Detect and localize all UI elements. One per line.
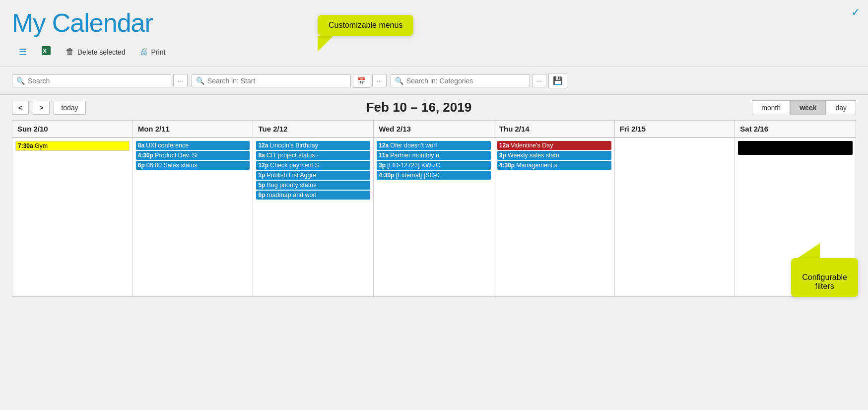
event-time: 5p <box>258 182 265 189</box>
excel-icon: X <box>41 45 52 59</box>
print-icon: 🖨 <box>139 47 148 57</box>
print-button[interactable]: 🖨 Print <box>133 44 173 60</box>
calendar-nav: < > today Feb 10 – 16, 2019 month week d… <box>0 95 868 120</box>
event-valentines[interactable]: 12a Valentine's Day <box>497 141 611 150</box>
next-button[interactable]: > <box>33 101 50 115</box>
search-group-3: 🔍 ··· 💾 <box>391 73 567 88</box>
day-view-button[interactable]: day <box>826 100 856 115</box>
search-input-wrap-1: 🔍 <box>12 74 171 87</box>
header-wed: Wed 2/13 <box>374 121 494 137</box>
search-input-1[interactable] <box>28 77 167 85</box>
prev-button[interactable]: < <box>12 101 29 115</box>
event-external[interactable]: 4:30p [External] [SC-0 <box>377 171 491 180</box>
event-time: 11a <box>379 152 389 159</box>
event-time: 1p <box>258 172 265 179</box>
event-time: 12p <box>258 162 268 169</box>
search-input-wrap-2: 🔍 <box>192 74 351 87</box>
event-product-dev[interactable]: 4:30p Product Dev. Si <box>136 151 250 160</box>
event-lincoln[interactable]: 12a Lincoln's Birthday <box>256 141 370 150</box>
view-buttons: month week day <box>752 100 856 115</box>
app-title: My Calendar <box>12 9 153 37</box>
event-time: 8a <box>138 142 144 149</box>
event-time: 6p <box>138 162 145 169</box>
event-publish-list[interactable]: 1p Publish List Aggre <box>256 171 370 180</box>
search-more-btn-2[interactable]: ··· <box>372 74 387 87</box>
svg-text:X: X <box>43 48 47 55</box>
search-input-2[interactable] <box>207 77 346 85</box>
event-time: 3p <box>499 152 506 159</box>
event-title: 06:00 Sales status <box>146 162 198 169</box>
event-time: 12a <box>499 142 509 149</box>
event-lid[interactable]: 3p [LID-12722] KWizC <box>377 161 491 170</box>
header: My Calendar <box>0 0 868 37</box>
event-title: Gym <box>35 142 48 149</box>
event-management[interactable]: 4:30p Management s <box>497 161 611 170</box>
search-calendar-btn[interactable]: 📅 <box>353 74 370 88</box>
event-bug-priority[interactable]: 5p Bug priority status <box>256 181 370 190</box>
search-input-3[interactable] <box>406 77 526 85</box>
event-title: Check payment S <box>270 162 319 169</box>
event-time: 12a <box>258 142 268 149</box>
header-tue: Tue 2/12 <box>253 121 374 137</box>
day-cell-fri[interactable] <box>615 137 735 296</box>
header-sat: Sat 2/16 <box>735 121 856 137</box>
calendar-header-row: Sun 2/10 Mon 2/11 Tue 2/12 Wed 2/13 Thu … <box>12 121 856 137</box>
search-input-wrap-3: 🔍 <box>391 74 530 87</box>
day-cell-sat[interactable] <box>735 137 856 296</box>
event-time: 4:30p <box>379 172 394 179</box>
toolbar: ☰ X 🗑 Delete selected 🖨 Print <box>0 37 868 67</box>
event-uxi[interactable]: 8a UXI conference <box>136 141 250 150</box>
list-icon: ☰ <box>19 47 27 58</box>
calendar-grid: Sun 2/10 Mon 2/11 Tue 2/12 Wed 2/13 Thu … <box>12 120 856 297</box>
event-time: 4:30p <box>138 152 153 159</box>
list-view-button[interactable]: ☰ <box>12 44 34 61</box>
event-partner[interactable]: 11a Partner monthly u <box>377 151 491 160</box>
event-time: 12a <box>379 142 389 149</box>
search-group-1: 🔍 ··· <box>12 74 188 87</box>
event-title: [External] [SC-0 <box>396 172 440 179</box>
today-button[interactable]: today <box>54 101 85 115</box>
event-time: 6p <box>258 192 265 199</box>
event-title: Management s <box>516 162 557 169</box>
event-cit[interactable]: 8a CIT project status · <box>256 151 370 160</box>
calendar-body-row: 7:30a Gym 8a UXI conference 4:30p Produc… <box>12 137 856 296</box>
day-cell-mon[interactable]: 8a UXI conference 4:30p Product Dev. Si … <box>133 137 254 296</box>
event-title: UXI conference <box>146 142 189 149</box>
day-cell-thu[interactable]: 12a Valentine's Day 3p Weekly sales stat… <box>494 137 615 296</box>
status-icon: ✓ <box>851 6 860 19</box>
delete-selected-button[interactable]: 🗑 Delete selected <box>59 44 133 60</box>
event-title: Lincoln's Birthday <box>269 142 318 149</box>
month-view-button[interactable]: month <box>752 100 790 115</box>
event-gym[interactable]: 7:30a Gym <box>15 141 130 151</box>
search-icon-2: 🔍 <box>196 77 204 85</box>
event-title: Publish List Aggre <box>267 172 316 179</box>
event-title: CIT project status · <box>267 152 319 159</box>
event-sales-status[interactable]: 6p 06:00 Sales status <box>136 161 250 170</box>
day-cell-sun[interactable]: 7:30a Gym <box>12 137 133 296</box>
search-bar: 🔍 ··· 🔍 📅 ··· 🔍 ··· 💾 <box>0 67 868 95</box>
header-sun: Sun 2/10 <box>12 121 133 137</box>
event-title: roadmap and worl <box>267 192 316 199</box>
header-fri: Fri 2/15 <box>615 121 735 137</box>
date-range: Feb 10 – 16, 2019 <box>90 100 748 115</box>
day-cell-tue[interactable]: 12a Lincoln's Birthday 8a CIT project st… <box>253 137 374 296</box>
event-time: 3p <box>379 162 386 169</box>
event-title: Partner monthly u <box>390 152 439 159</box>
event-weekly-sales[interactable]: 3p Weekly sales statu <box>497 151 611 160</box>
week-view-button[interactable]: week <box>790 100 826 115</box>
event-check-payment[interactable]: 12p Check payment S <box>256 161 370 170</box>
event-title: Product Dev. Si <box>155 152 198 159</box>
event-title: Ofer doesn't worl <box>390 142 437 149</box>
event-ofer[interactable]: 12a Ofer doesn't worl <box>377 141 491 150</box>
event-roadmap[interactable]: 6p roadmap and worl <box>256 191 370 200</box>
search-more-btn-1[interactable]: ··· <box>173 74 188 87</box>
search-icon-1: 🔍 <box>16 77 25 85</box>
search-group-2: 🔍 📅 ··· <box>192 74 387 88</box>
event-title: Weekly sales statu <box>508 152 559 159</box>
event-title: Valentine's Day <box>511 142 553 149</box>
day-cell-wed[interactable]: 12a Ofer doesn't worl 11a Partner monthl… <box>374 137 494 296</box>
excel-export-button[interactable]: X <box>34 42 59 62</box>
event-time: 7:30a <box>18 142 33 149</box>
search-more-btn-3[interactable]: ··· <box>532 74 546 87</box>
search-save-btn[interactable]: 💾 <box>548 73 567 88</box>
